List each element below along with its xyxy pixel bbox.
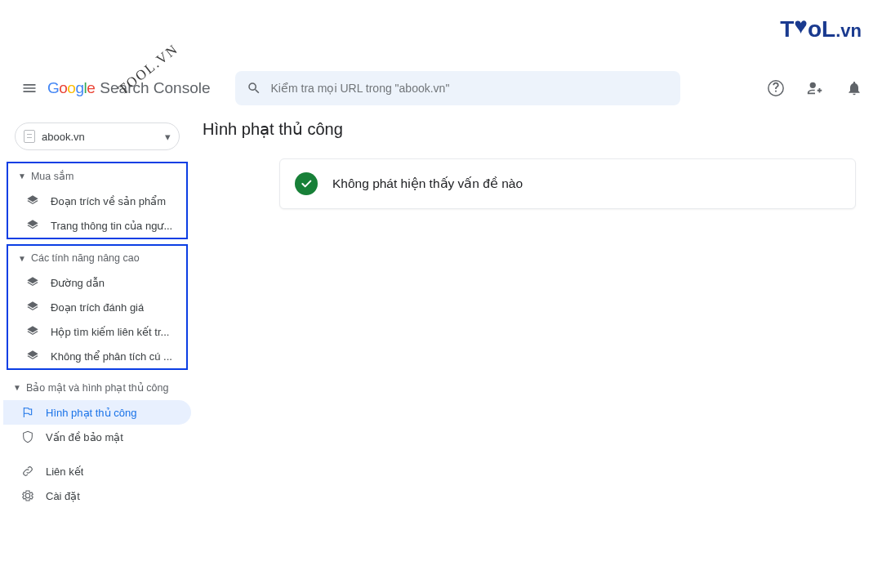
sidebar-item-label: Đoạn trích đánh giá (51, 301, 144, 314)
sidebar-item-label: Đường dẫn (51, 277, 105, 289)
layers-icon (26, 301, 39, 314)
watermark-logo: T♥oL.vn (780, 16, 862, 42)
top-actions (760, 72, 871, 105)
layers-icon (26, 350, 39, 363)
notifications-button[interactable] (838, 72, 871, 105)
section-label: Mua sắm (31, 170, 74, 182)
check-circle-icon (295, 172, 318, 195)
sidebar-item-unparsable[interactable]: Không thể phân tích cú ... (8, 344, 186, 368)
section-label: Bảo mật và hình phạt thủ công (26, 381, 168, 394)
sidebar-item-links[interactable]: Liên kết (3, 459, 191, 483)
sidebar-item-label: Hình phạt thủ công (46, 407, 136, 419)
search-icon (247, 81, 261, 96)
layers-icon (26, 325, 39, 338)
page-title: Hình phạt thủ công (203, 119, 869, 139)
status-message: Không phát hiện thấy vấn đề nào (332, 176, 523, 191)
layers-icon (26, 219, 39, 232)
sidebar-item-review-snippets[interactable]: Đoạn trích đánh giá (8, 295, 186, 319)
link-icon (21, 465, 34, 478)
sidebar-item-sitelinks-searchbox[interactable]: Hộp tìm kiếm liên kết tr... (8, 319, 186, 344)
chevron-down-icon: ▾ (165, 131, 171, 143)
sidebar-item-label: Hộp tìm kiếm liên kết tr... (51, 326, 169, 338)
sidebar-item-merchant-listings[interactable]: Trang thông tin của ngư... (8, 213, 186, 238)
sidebar-item-product-snippets[interactable]: Đoạn trích về sản phẩm (8, 189, 186, 213)
highlight-box-shopping: ▼ Mua sắm Đoạn trích về sản phẩm Trang t… (7, 162, 188, 239)
app-frame: Google Search Console abook.vn ▾ (3, 65, 879, 523)
section-shopping[interactable]: ▼ Mua sắm (8, 163, 186, 189)
status-card: Không phát hiện thấy vấn đề nào (279, 158, 856, 209)
sidebar-item-label: Đoạn trích về sản phẩm (51, 195, 166, 207)
search-input[interactable] (271, 82, 669, 95)
arrow-down-icon: ▼ (18, 172, 26, 180)
search-bar[interactable] (235, 71, 680, 105)
users-button[interactable] (799, 72, 831, 105)
help-icon (767, 79, 785, 97)
highlight-box-enhancements: ▼ Các tính năng nâng cao Đường dẫn Đoạn … (7, 244, 188, 370)
hamburger-icon (21, 80, 38, 96)
google-logo: Google (47, 79, 95, 97)
shield-icon (21, 430, 34, 443)
property-label: abook.vn (42, 131, 158, 143)
arrow-down-icon: ▼ (13, 383, 21, 392)
sidebar-item-settings[interactable]: Cài đặt (3, 483, 191, 508)
bell-icon (846, 80, 862, 96)
section-enhancements[interactable]: ▼ Các tính năng nâng cao (8, 246, 186, 270)
flag-icon (21, 406, 34, 419)
property-selector[interactable]: abook.vn ▾ (15, 122, 180, 150)
sidebar-item-label: Liên kết (46, 466, 83, 478)
sidebar-item-label: Trang thông tin của ngư... (51, 220, 172, 232)
sidebar-item-label: Cài đặt (46, 490, 80, 502)
layers-icon (26, 276, 39, 289)
sidebar-item-breadcrumbs[interactable]: Đường dẫn (8, 270, 186, 295)
sidebar-item-label: Không thể phân tích cú ... (51, 350, 172, 363)
help-button[interactable] (760, 72, 792, 105)
layers-icon (26, 194, 39, 207)
users-icon (806, 79, 824, 97)
section-security[interactable]: ▼ Bảo mật và hình phạt thủ công (3, 375, 191, 400)
arrow-down-icon: ▼ (18, 254, 26, 263)
sidebar-item-label: Vấn đề bảo mật (46, 431, 123, 443)
document-icon (24, 130, 35, 143)
sidebar: abook.vn ▾ ▼ Mua sắm Đoạn trích về sản p… (3, 111, 191, 523)
product-name: Search Console (100, 79, 210, 97)
main-content: Hình phạt thủ công Không phát hiện thấy … (191, 111, 879, 523)
gear-icon (21, 489, 34, 502)
sidebar-item-manual-actions[interactable]: Hình phạt thủ công (3, 400, 191, 425)
sidebar-item-security-issues[interactable]: Vấn đề bảo mật (3, 425, 191, 449)
menu-button[interactable] (11, 70, 47, 106)
section-label: Các tính năng nâng cao (31, 252, 140, 264)
